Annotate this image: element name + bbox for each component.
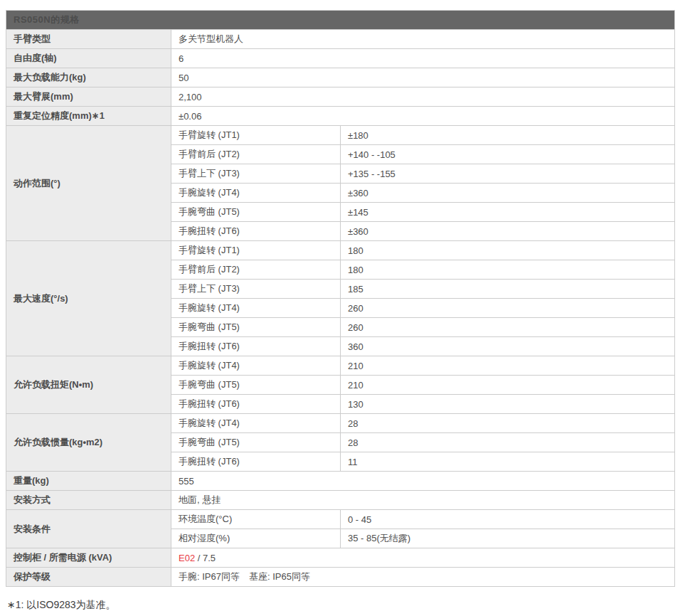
row-label: 最大负载能力(kg) xyxy=(6,68,171,87)
row-value: +140 - -105 xyxy=(341,145,675,164)
row-value: 260 xyxy=(341,318,675,337)
row-value: 130 xyxy=(341,395,675,414)
row-label: 手臂类型 xyxy=(6,30,171,49)
table-row: 重量(kg) 555 xyxy=(6,472,675,491)
row-value: ±0.06 xyxy=(171,107,675,126)
row-value: 多关节型机器人 xyxy=(171,30,675,49)
table-row: 安装条件 环境温度(°C) 0 - 45 xyxy=(6,510,675,529)
row-value: 28 xyxy=(341,433,675,452)
spec-page: RS050N的规格 手臂类型 多关节型机器人 自由度(轴) 6 最大负载能力(k… xyxy=(0,10,690,616)
row-label: 控制柜 / 所需电源 (kVA) xyxy=(6,548,171,568)
table-row: 最大速度(°/s) 手臂旋转 (JT1) 180 xyxy=(6,241,675,260)
row-label: 自由度(轴) xyxy=(6,49,171,68)
row-value: 210 xyxy=(341,376,675,395)
row-value: 手腕: IP67同等 基座: IP65同等 xyxy=(171,568,675,587)
controller-power-text: / 7.5 xyxy=(195,553,216,563)
row-sub-label: 手腕弯曲 (JT5) xyxy=(171,433,341,452)
group-label-install-conditions: 安装条件 xyxy=(6,510,171,548)
row-sub-label: 手臂上下 (JT3) xyxy=(171,280,341,299)
spec-table: RS050N的规格 手臂类型 多关节型机器人 自由度(轴) 6 最大负载能力(k… xyxy=(6,10,675,587)
group-label-motion-range: 动作范围(°) xyxy=(6,126,171,241)
row-value: ±145 xyxy=(341,203,675,222)
row-value: 11 xyxy=(341,452,675,472)
row-value: 180 xyxy=(341,241,675,260)
row-sub-label: 手腕旋转 (JT4) xyxy=(171,184,341,203)
controller-value-cell: E02 / 7.5 xyxy=(171,548,675,568)
table-row: 允许负载惯量(kg•m2) 手腕旋转 (JT4) 28 xyxy=(6,414,675,433)
table-row: 最大臂展(mm) 2,100 xyxy=(6,87,675,107)
table-row: 重复定位精度(mm)∗1 ±0.06 xyxy=(6,107,675,126)
row-value: 0 - 45 xyxy=(341,510,675,529)
row-value: 6 xyxy=(171,49,675,68)
row-sub-label: 手腕扭转 (JT6) xyxy=(171,452,341,472)
row-value: 260 xyxy=(341,299,675,318)
row-label: 安装方式 xyxy=(6,491,171,510)
table-row: 手臂类型 多关节型机器人 xyxy=(6,30,675,49)
row-value: 360 xyxy=(341,337,675,356)
table-row: 安装方式 地面, 悬挂 xyxy=(6,491,675,510)
row-sub-label: 手腕弯曲 (JT5) xyxy=(171,318,341,337)
row-value: 180 xyxy=(341,260,675,280)
row-sub-label: 手臂旋转 (JT1) xyxy=(171,126,341,145)
row-sub-label: 手腕弯曲 (JT5) xyxy=(171,203,341,222)
row-sub-label: 手腕扭转 (JT6) xyxy=(171,222,341,241)
row-sub-label: 手臂上下 (JT3) xyxy=(171,164,341,184)
row-sub-label: 环境温度(°C) xyxy=(171,510,341,529)
table-title: RS050N的规格 xyxy=(6,11,675,30)
row-sub-label: 手腕旋转 (JT4) xyxy=(171,356,341,376)
group-label-load-torque: 允许负载扭矩(N•m) xyxy=(6,356,171,414)
row-sub-label: 手臂前后 (JT2) xyxy=(171,145,341,164)
row-value: 555 xyxy=(171,472,675,491)
row-sub-label: 手腕弯曲 (JT5) xyxy=(171,376,341,395)
row-sub-label: 手腕旋转 (JT4) xyxy=(171,414,341,433)
table-row: 保护等级 手腕: IP67同等 基座: IP65同等 xyxy=(6,568,675,587)
row-value: +135 - -155 xyxy=(341,164,675,184)
row-sub-label: 手腕扭转 (JT6) xyxy=(171,337,341,356)
row-value: 210 xyxy=(341,356,675,376)
row-label: 保护等级 xyxy=(6,568,171,587)
row-sub-label: 手腕旋转 (JT4) xyxy=(171,299,341,318)
row-value: 地面, 悬挂 xyxy=(171,491,675,510)
table-row: 最大负载能力(kg) 50 xyxy=(6,68,675,87)
row-sub-label: 手腕扭转 (JT6) xyxy=(171,395,341,414)
row-value: 2,100 xyxy=(171,87,675,107)
row-value: 28 xyxy=(341,414,675,433)
table-header-row: RS050N的规格 xyxy=(6,11,675,30)
row-sub-label: 相对湿度(%) xyxy=(171,529,341,548)
row-sub-label: 手臂前后 (JT2) xyxy=(171,260,341,280)
table-row: 控制柜 / 所需电源 (kVA) E02 / 7.5 xyxy=(6,548,675,568)
footnote: ∗1: 以ISO9283为基准。 xyxy=(7,599,690,612)
row-value: 35 - 85(无结露) xyxy=(341,529,675,548)
row-sub-label: 手臂旋转 (JT1) xyxy=(171,241,341,260)
group-label-load-inertia: 允许负载惯量(kg•m2) xyxy=(6,414,171,472)
table-row: 自由度(轴) 6 xyxy=(6,49,675,68)
row-value: 185 xyxy=(341,280,675,299)
row-label: 重量(kg) xyxy=(6,472,171,491)
table-row: 允许负载扭矩(N•m) 手腕旋转 (JT4) 210 xyxy=(6,356,675,376)
row-value: ±360 xyxy=(341,222,675,241)
group-label-max-speed: 最大速度(°/s) xyxy=(6,241,171,356)
table-row: 动作范围(°) 手臂旋转 (JT1) ±180 xyxy=(6,126,675,145)
row-value: 50 xyxy=(171,68,675,87)
controller-link[interactable]: E02 xyxy=(179,553,195,563)
row-value: ±180 xyxy=(341,126,675,145)
row-label: 重复定位精度(mm)∗1 xyxy=(6,107,171,126)
row-label: 最大臂展(mm) xyxy=(6,87,171,107)
row-value: ±360 xyxy=(341,184,675,203)
